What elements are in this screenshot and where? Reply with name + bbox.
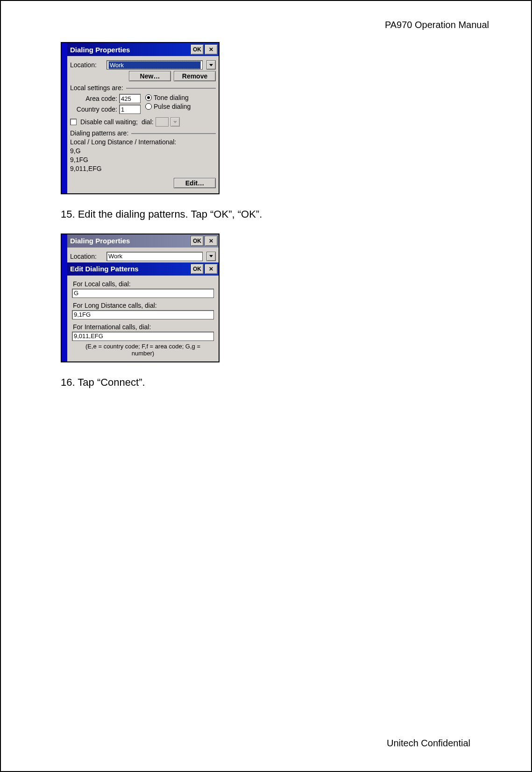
radio-icon — [145, 103, 152, 110]
chevron-down-icon — [209, 255, 213, 257]
location-label: Location: — [70, 61, 103, 69]
long-distance-label: For Long Distance calls, dial: — [73, 302, 216, 309]
international-input[interactable]: 9,011,EFG — [72, 332, 214, 341]
ok-button-child[interactable]: OK — [191, 264, 204, 274]
close-button-parent[interactable]: ✕ — [205, 236, 218, 246]
dial-label: dial: — [142, 118, 154, 126]
local-settings-group: Local settings are: — [70, 84, 216, 92]
location-dropdown-button[interactable] — [206, 60, 216, 70]
international-label: For International calls, dial: — [73, 323, 216, 331]
parent-location-dropdown[interactable] — [206, 252, 216, 261]
page-content: Dialing Properties OK ✕ Location: Work — [61, 42, 262, 402]
parent-panel: Location: Work — [67, 248, 219, 261]
child-panel: For Local calls, dial: G For Long Distan… — [67, 276, 219, 361]
step-16-text: 16. Tap “Connect”. — [61, 376, 262, 389]
close-button-child[interactable]: ✕ — [205, 264, 218, 274]
pulse-label: Pulse dialing — [154, 103, 191, 110]
local-calls-label: For Local calls, dial: — [73, 280, 216, 288]
ok-button[interactable]: OK — [191, 44, 204, 55]
pattern-long: 9,1FG — [70, 156, 216, 164]
title-text: Edit Dialing Patterns — [70, 265, 139, 273]
ok-button-parent[interactable]: OK — [191, 236, 204, 246]
dialing-properties-screenshot: Dialing Properties OK ✕ Location: Work — [61, 42, 220, 194]
dial-code-dropdown — [170, 117, 180, 127]
country-code-label: Country code: — [77, 106, 117, 113]
pulse-dialing-radio[interactable]: Pulse dialing — [145, 103, 191, 110]
dialog-panel: Location: Work New… Remove — [67, 56, 219, 193]
tone-dialing-radio[interactable]: Tone dialing — [145, 94, 189, 101]
tone-label: Tone dialing — [154, 94, 189, 101]
pattern-local: 9,G — [70, 147, 216, 156]
long-distance-input[interactable]: 9,1FG — [72, 310, 214, 319]
area-code-input[interactable]: 425 — [119, 94, 141, 103]
country-code-input[interactable]: 1 — [119, 105, 141, 114]
patterns-sublabel: Local / Long Distance / International: — [70, 138, 216, 147]
page-footer: Unitech Confidential — [387, 738, 470, 749]
local-settings-label: Local settings are: — [70, 84, 126, 92]
parent-location-label: Location: — [70, 253, 103, 260]
disable-call-waiting-checkbox[interactable] — [70, 119, 77, 125]
disable-call-waiting-label: Disable call waiting; — [80, 118, 138, 126]
title-text: Dialing Properties — [70, 237, 130, 245]
parent-location-select[interactable]: Work — [106, 252, 203, 261]
radio-icon — [145, 94, 152, 101]
patterns-label: Dialing patterns are: — [70, 129, 131, 137]
titlebar-edit-patterns: Edit Dialing Patterns OK ✕ — [67, 262, 219, 276]
taskbar-strip — [62, 43, 67, 193]
pattern-hint: (E,e = country code; F,f = area code; G,… — [74, 343, 212, 357]
chevron-down-icon — [173, 121, 177, 123]
titlebar-dialing-properties: Dialing Properties OK ✕ — [67, 43, 219, 56]
page-header: PA970 Operation Manual — [385, 20, 489, 30]
taskbar-strip — [62, 234, 67, 361]
patterns-group: Dialing patterns are: — [70, 129, 216, 137]
dial-code-input — [156, 117, 169, 127]
document-page: PA970 Operation Manual Unitech Confident… — [0, 0, 532, 772]
location-value: Work — [108, 61, 201, 69]
edit-button[interactable]: Edit… — [174, 178, 216, 188]
location-select[interactable]: Work — [106, 60, 203, 70]
new-button[interactable]: New… — [129, 71, 171, 81]
edit-dialing-patterns-screenshot: Dialing Properties OK ✕ Location: Work — [61, 234, 220, 362]
area-code-label: Area code: — [85, 95, 117, 102]
step-15-text: 15. Edit the dialing patterns. Tap “OK”,… — [61, 208, 262, 220]
local-calls-input[interactable]: G — [72, 289, 214, 298]
close-button[interactable]: ✕ — [205, 44, 218, 55]
remove-button[interactable]: Remove — [174, 71, 216, 81]
pattern-intl: 9,011,EFG — [70, 164, 216, 173]
chevron-down-icon — [209, 64, 213, 66]
titlebar-dialing-properties-parent: Dialing Properties OK ✕ — [67, 234, 219, 248]
title-text: Dialing Properties — [70, 46, 130, 54]
